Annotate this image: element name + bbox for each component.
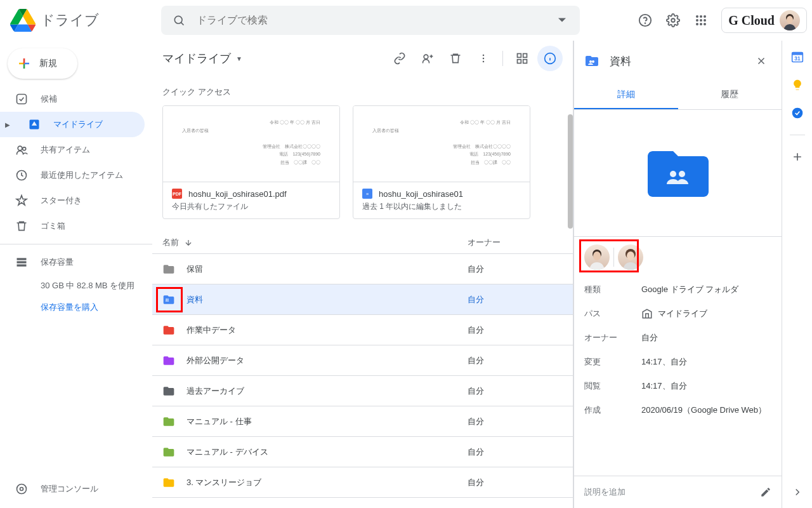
sort-arrow-icon[interactable] bbox=[184, 238, 193, 247]
svg-rect-30 bbox=[518, 60, 521, 64]
column-owner[interactable]: オーナー bbox=[468, 237, 563, 248]
sidebar-item-drive[interactable]: ▶マイドライブ bbox=[0, 112, 145, 137]
search-bar[interactable] bbox=[161, 6, 580, 35]
quick-access-card[interactable]: 令和 〇〇 年 〇〇 月 吉日入居者の皆様管理会社 株式会社〇〇〇〇電話 123… bbox=[162, 105, 340, 219]
svg-text:31: 31 bbox=[794, 55, 801, 62]
file-row[interactable]: マニュアル - 仕事自分 bbox=[152, 406, 573, 437]
share-icon[interactable] bbox=[415, 46, 440, 71]
pdf-icon: PDF bbox=[172, 189, 182, 199]
file-row[interactable]: マニュアル - デバイス自分 bbox=[152, 437, 573, 467]
search-icon[interactable] bbox=[166, 8, 192, 33]
file-name: マニュアル - 仕事 bbox=[187, 416, 468, 427]
svg-point-4 bbox=[696, 15, 698, 18]
delete-icon[interactable] bbox=[443, 46, 468, 71]
sidebar-item-trash[interactable]: ゴミ箱 bbox=[0, 213, 145, 239]
file-row[interactable]: 保留自分 bbox=[152, 254, 573, 284]
user-avatar[interactable] bbox=[780, 10, 800, 30]
svg-rect-31 bbox=[523, 60, 527, 64]
folder-icon bbox=[162, 446, 175, 458]
sidebar-item-checkbox[interactable]: 候補 bbox=[0, 86, 145, 112]
avatar bbox=[618, 244, 643, 270]
account-chip[interactable]: G Cloud bbox=[721, 8, 807, 33]
svg-rect-21 bbox=[17, 264, 27, 266]
sidebar-item-star[interactable]: スター付き bbox=[0, 188, 145, 213]
grid-view-icon[interactable] bbox=[509, 46, 535, 71]
calendar-app-icon[interactable]: 31 bbox=[791, 51, 804, 64]
svg-rect-29 bbox=[523, 54, 527, 58]
svg-point-16 bbox=[18, 146, 22, 150]
tasks-app-icon[interactable] bbox=[791, 107, 804, 119]
search-input[interactable] bbox=[192, 15, 549, 26]
close-icon[interactable] bbox=[751, 51, 771, 71]
get-link-icon[interactable] bbox=[387, 46, 412, 71]
svg-rect-28 bbox=[518, 54, 521, 58]
settings-icon[interactable] bbox=[660, 8, 686, 33]
file-name: 外部公開データ bbox=[187, 355, 468, 366]
apps-icon[interactable] bbox=[688, 8, 714, 33]
logo-area[interactable]: ドライブ bbox=[10, 8, 161, 33]
avatar bbox=[584, 244, 610, 270]
sidebar-item-label: ゴミ箱 bbox=[41, 220, 65, 232]
checkbox-icon bbox=[15, 93, 28, 105]
buy-storage-link[interactable]: 保存容量を購入 bbox=[0, 297, 152, 318]
expand-icon[interactable]: ▶ bbox=[5, 121, 15, 128]
svg-point-46 bbox=[792, 108, 802, 119]
new-button[interactable]: 新規 bbox=[8, 48, 77, 79]
details-title: 資料 bbox=[610, 54, 741, 69]
people-icon bbox=[15, 144, 28, 156]
sidebar-admin[interactable]: 管理コンソール bbox=[0, 476, 145, 502]
tab-activity[interactable]: 履歴 bbox=[678, 81, 782, 109]
admin-icon bbox=[15, 483, 28, 495]
svg-point-40 bbox=[593, 251, 601, 260]
keep-app-icon[interactable] bbox=[791, 79, 804, 91]
sidebar-item-people[interactable]: 共有アイテム bbox=[0, 137, 145, 163]
file-row[interactable]: 過去アーカイブ自分 bbox=[152, 376, 573, 406]
access-avatars[interactable] bbox=[574, 237, 782, 277]
svg-point-23 bbox=[17, 485, 27, 494]
detail-owner: 自分 bbox=[641, 332, 771, 344]
file-row[interactable]: 3. マンスリージョブ自分 bbox=[152, 467, 573, 498]
tab-details[interactable]: 詳細 bbox=[574, 81, 678, 109]
svg-point-26 bbox=[483, 58, 485, 60]
thumbnail: 令和 〇〇 年 〇〇 月 吉日入居者の皆様管理会社 株式会社〇〇〇〇電話 123… bbox=[353, 106, 530, 182]
doc-icon: ≡ bbox=[362, 189, 372, 199]
svg-point-24 bbox=[424, 55, 428, 59]
trash-icon bbox=[15, 220, 28, 232]
detail-path[interactable]: マイドライブ bbox=[641, 308, 771, 319]
file-owner: 自分 bbox=[468, 264, 563, 275]
file-name: マニュアル - デバイス bbox=[187, 446, 468, 458]
file-row[interactable]: 外部公開データ自分 bbox=[152, 345, 573, 376]
storage-icon bbox=[15, 256, 28, 269]
svg-rect-15 bbox=[17, 95, 27, 104]
scrollbar[interactable] bbox=[568, 114, 573, 229]
collapse-rail-icon[interactable] bbox=[792, 486, 803, 498]
sidebar-storage[interactable]: 保存容量 bbox=[0, 250, 145, 275]
file-owner: 自分 bbox=[468, 446, 563, 458]
drive-logo-icon bbox=[10, 8, 36, 33]
more-icon[interactable] bbox=[471, 46, 496, 71]
svg-point-14 bbox=[787, 16, 793, 23]
drive-icon bbox=[28, 118, 41, 131]
edit-icon[interactable] bbox=[760, 486, 771, 498]
file-row[interactable]: 作業中データ自分 bbox=[152, 315, 573, 345]
shared-folder-icon bbox=[584, 53, 599, 69]
file-row[interactable]: 資料自分 bbox=[152, 284, 573, 315]
column-name[interactable]: 名前 bbox=[162, 237, 179, 248]
svg-point-27 bbox=[483, 61, 485, 63]
product-name: ドライブ bbox=[41, 11, 99, 30]
details-toggle-icon[interactable] bbox=[537, 46, 563, 71]
breadcrumb[interactable]: マイドライブ ▼ bbox=[162, 51, 242, 66]
add-app-icon[interactable] bbox=[791, 150, 804, 163]
help-icon[interactable] bbox=[632, 8, 658, 33]
svg-point-11 bbox=[700, 23, 702, 25]
search-options-icon[interactable] bbox=[549, 8, 575, 33]
folder-icon bbox=[162, 263, 175, 276]
quick-access-card[interactable]: 令和 〇〇 年 〇〇 月 吉日入居者の皆様管理会社 株式会社〇〇〇〇電話 123… bbox=[353, 105, 530, 219]
description-field[interactable]: 説明を追加 bbox=[574, 476, 782, 508]
file-name: 保留 bbox=[187, 264, 468, 275]
svg-point-35 bbox=[589, 60, 592, 63]
svg-point-7 bbox=[696, 19, 698, 22]
svg-rect-44 bbox=[792, 53, 802, 55]
sidebar-item-clock[interactable]: 最近使用したアイテム bbox=[0, 163, 145, 188]
svg-point-17 bbox=[23, 147, 26, 150]
